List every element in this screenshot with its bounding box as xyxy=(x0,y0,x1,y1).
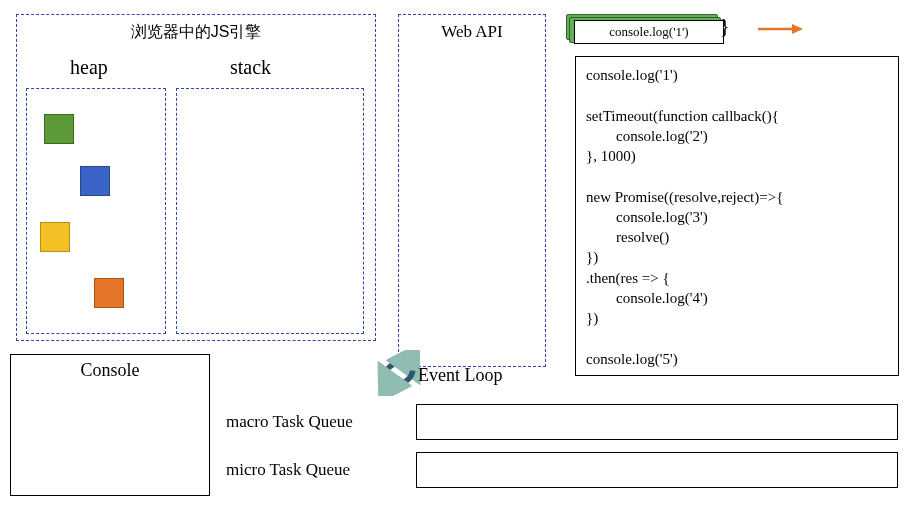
current-execution-text: console.log('1') xyxy=(574,20,724,44)
source-code-panel: console.log('1') setTimeout(function cal… xyxy=(575,56,899,376)
current-execution-chip: console.log('1') xyxy=(566,14,724,48)
arrow-right-icon xyxy=(756,22,804,36)
web-api-panel xyxy=(398,14,546,367)
stack-label: stack xyxy=(230,56,271,79)
event-loop-label: Event Loop xyxy=(418,365,502,386)
heap-object-yellow xyxy=(40,222,70,252)
console-title: Console xyxy=(10,360,210,381)
heap-object-blue xyxy=(80,166,110,196)
micro-task-queue-box xyxy=(416,452,898,488)
stack-box xyxy=(176,88,364,334)
chip-brace: } xyxy=(720,15,730,38)
macro-task-queue-box xyxy=(416,404,898,440)
web-api-title: Web API xyxy=(398,22,546,42)
svg-marker-3 xyxy=(792,24,803,34)
macro-task-queue-label: macro Task Queue xyxy=(226,412,353,432)
heap-object-green xyxy=(44,114,74,144)
heap-object-orange xyxy=(94,278,124,308)
micro-task-queue-label: micro Task Queue xyxy=(226,460,350,480)
heap-label: heap xyxy=(70,56,108,79)
event-loop-icon xyxy=(376,350,422,396)
js-engine-title: 浏览器中的JS引擎 xyxy=(16,22,376,43)
